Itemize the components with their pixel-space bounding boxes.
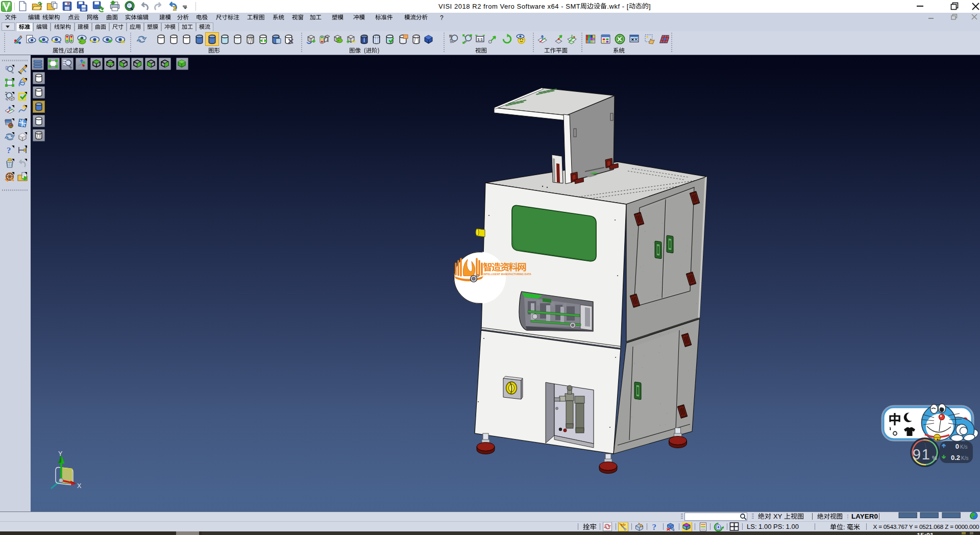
svg-text:XY: XY [773, 513, 782, 520]
svg-text:LAYER0: LAYER0 [851, 513, 878, 520]
svg-text:?: ? [652, 522, 657, 531]
svg-text::: : [843, 523, 845, 531]
